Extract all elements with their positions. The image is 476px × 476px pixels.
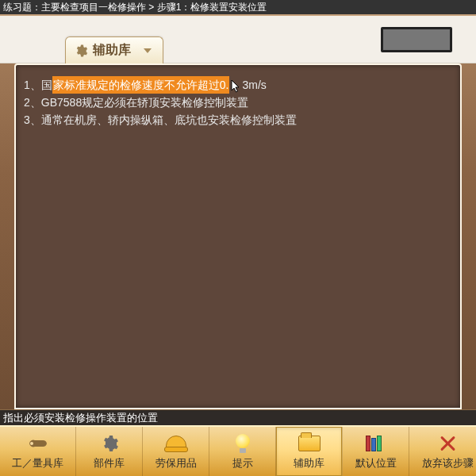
assist-panel: 1、 国 家标准规定的检修速度不允许超过0. 3m/s 2、 GB7588规定必… [14, 63, 462, 409]
breadcrumb-text: 练习题：主要检查项目一检修操作 > 步骤1：检修装置安装位置 [3, 2, 267, 13]
list-number: 1、 [24, 76, 41, 94]
tool-measuring-button[interactable]: 工／量具库 [0, 427, 76, 476]
tool-label: 劳保用品 [155, 456, 197, 470]
tool-label: 辅助库 [294, 456, 324, 470]
gear-icon [74, 44, 88, 58]
parts-library-button[interactable]: 部件库 [76, 427, 143, 476]
text-post: 3m/s [242, 76, 266, 94]
assist-library-tab[interactable]: 辅助库 [65, 36, 163, 63]
list-text: GB7588规定必须在轿顶安装检修控制装置 [41, 94, 248, 111]
list-item[interactable]: 2、 GB7588规定必须在轿顶安装检修控制装置 [24, 94, 452, 111]
main-frame: 辅助库 1、 国 家标准规定的检修速度不允许超过0. 3m/s 2、 GB758… [0, 14, 476, 409]
abandon-step-button[interactable]: 放弃该步骤 [409, 427, 476, 476]
cursor-icon [230, 79, 241, 94]
folder-icon [297, 432, 322, 455]
bottom-toolbar: 工／量具库 部件库 劳保用品 提示 辅助库 默认位置 放弃该步骤 [0, 425, 476, 476]
highlighted-text: 家标准规定的检修速度不允许超过0. [52, 76, 230, 94]
monitor-graphic [381, 27, 452, 52]
assist-library-button[interactable]: 辅助库 [276, 427, 343, 476]
svg-point-0 [30, 442, 33, 445]
tool-label: 工／量具库 [12, 456, 63, 470]
gear-icon [97, 432, 122, 455]
list-text: 通常在机房、轿内操纵箱、底坑也安装检修控制装置 [41, 111, 297, 129]
instruction-text: 指出必须安装检修操作装置的位置 [3, 412, 158, 424]
tool-label: 提示 [232, 456, 253, 470]
list-item[interactable]: 3、 通常在机房、轿内操纵箱、底坑也安装检修控制装置 [24, 111, 452, 129]
tab-label: 辅助库 [93, 42, 131, 59]
ppe-button[interactable]: 劳保用品 [143, 427, 209, 476]
tool-label: 放弃该步骤 [422, 456, 474, 470]
tool-label: 部件库 [94, 456, 125, 470]
tool-label: 默认位置 [355, 456, 397, 470]
books-icon [363, 432, 389, 455]
list-number: 3、 [24, 111, 41, 129]
list-item[interactable]: 1、 国 家标准规定的检修速度不允许超过0. 3m/s [24, 76, 452, 94]
text-pre: 国 [41, 76, 52, 94]
close-icon [435, 432, 460, 455]
hint-button[interactable]: 提示 [209, 427, 276, 476]
wrench-icon [25, 432, 51, 455]
breadcrumb: 练习题：主要检查项目一检修操作 > 步骤1：检修装置安装位置 [0, 0, 476, 14]
lightbulb-icon [230, 432, 255, 455]
chevron-down-icon [144, 48, 152, 53]
default-position-button[interactable]: 默认位置 [343, 427, 409, 476]
instruction-bar: 指出必须安装检修操作装置的位置 [0, 409, 476, 425]
list-number: 2、 [24, 94, 41, 111]
helmet-icon [163, 432, 189, 455]
